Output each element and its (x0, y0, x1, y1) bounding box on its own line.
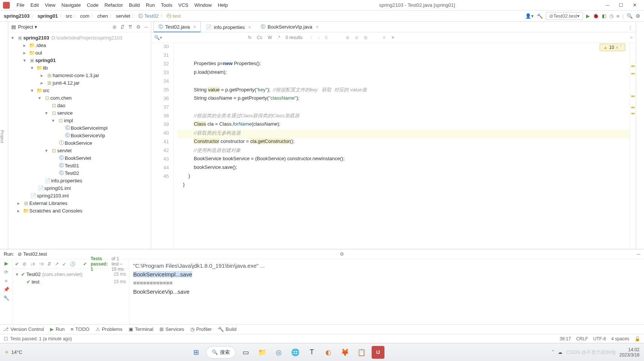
pin-icon[interactable]: 📌 (3, 287, 9, 292)
stop-button[interactable]: ■ (617, 13, 620, 19)
editor-tab-info[interactable]: 📄info.properties× (201, 22, 256, 32)
breadcrumb[interactable]: chen (97, 13, 108, 19)
hide-panel-icon[interactable]: ─ (144, 24, 148, 30)
editor-error-stripe[interactable] (630, 43, 636, 249)
tray-chevron-icon[interactable]: ˄ (552, 350, 554, 355)
select-opened-file-icon[interactable]: ⊕ (112, 24, 117, 30)
app-icon[interactable]: 🦊 (339, 346, 351, 359)
search-everywhere-icon[interactable]: 🔍 (627, 13, 633, 19)
edge-icon[interactable]: ◎ (272, 346, 285, 359)
problems-tab[interactable]: ⚠Problems (96, 326, 123, 332)
caret-position[interactable]: 38:17 (560, 336, 571, 341)
expand-icon[interactable]: ⇵ (47, 261, 51, 267)
remove-selection-icon[interactable]: ⊖ (355, 35, 358, 40)
project-tool-button[interactable]: Project (0, 130, 5, 143)
export-icon[interactable]: ↗ (55, 261, 59, 267)
funnel-icon[interactable]: ▼ (390, 35, 395, 40)
readonly-lock-icon[interactable]: 🔓 (635, 336, 640, 341)
wrench-icon[interactable]: 🔧 (3, 295, 9, 301)
tests-tree[interactable]: ▾✔Test02 (com.chen.servlet)15 ms ✔test15… (13, 269, 129, 287)
breadcrumb-class[interactable]: Ⓒ Test02 (138, 13, 159, 20)
menu-code[interactable]: Code (84, 1, 102, 9)
build-button[interactable]: 🔨 (537, 13, 543, 19)
window-minimize-icon[interactable]: ─ (603, 2, 612, 8)
menu-navigate[interactable]: Navigate (58, 1, 84, 9)
close-search-icon[interactable]: × (630, 35, 633, 40)
editor-tab-test02[interactable]: ⒸTest02.java× (153, 21, 201, 32)
warning-badge[interactable]: ▲10 ʌ ˅ (600, 44, 625, 51)
run-settings-icon[interactable]: ⚙ (340, 251, 344, 257)
stop-icon[interactable]: ■ (5, 278, 8, 284)
menu-tools[interactable]: Tools (158, 1, 175, 9)
tests-passed-icon[interactable]: ✔ (15, 261, 19, 267)
profiler-tab[interactable]: ◷Profiler (190, 326, 212, 332)
coverage-button[interactable]: ◧ (602, 13, 606, 19)
window-close-icon[interactable]: ✕ (630, 2, 639, 8)
match-case-toggle[interactable]: Cc (257, 35, 263, 40)
menu-edit[interactable]: Edit (27, 1, 42, 9)
prev-match-icon[interactable]: ↑ (310, 35, 312, 40)
app-icon[interactable]: 📋 (355, 346, 368, 359)
intellij-icon[interactable]: IJ (372, 346, 384, 359)
breadcrumb[interactable]: servlet (116, 13, 130, 19)
file-encoding[interactable]: UTF-8 (593, 336, 606, 341)
close-icon[interactable]: × (193, 24, 196, 30)
line-separator[interactable]: CRLF (576, 336, 588, 341)
close-icon[interactable]: × (248, 24, 251, 30)
add-selection-icon[interactable]: ⊕ (346, 35, 349, 40)
sort-icon[interactable]: ↓≡ (30, 261, 35, 267)
menu-file[interactable]: File (14, 1, 27, 9)
profile-button[interactable]: ◷ (609, 13, 614, 19)
app-icon[interactable]: ◐ (322, 346, 335, 359)
menu-help[interactable]: Help (215, 1, 231, 9)
expand-all-icon[interactable]: ⇵ (120, 24, 125, 30)
menu-refactor[interactable]: Refactor (102, 1, 126, 9)
chrome-icon[interactable]: 🌐 (289, 346, 302, 359)
user-icon[interactable]: 👤▾ (525, 13, 534, 19)
toggle-auto-test-icon[interactable]: ⟳ (4, 269, 8, 275)
terminal-tab[interactable]: ▣Terminal (129, 326, 153, 332)
breadcrumb[interactable]: src (66, 13, 72, 19)
collapse-all-icon[interactable]: ⇈ (128, 24, 132, 30)
settings-icon[interactable]: ⚙ (636, 13, 640, 19)
project-tree[interactable]: ▾▣spring2103D:\code\IdeaProjects\spring2… (8, 32, 151, 249)
select-all-icon[interactable]: ⎘ (325, 35, 328, 40)
taskbar-search[interactable]: 🔍搜索 (206, 346, 235, 358)
close-icon[interactable]: × (316, 24, 319, 30)
tab-options-icon[interactable]: ⋮ (625, 23, 636, 32)
debug-button[interactable]: 🐞 (593, 13, 599, 19)
project-panel-title[interactable]: Project ▾ (18, 24, 109, 30)
editor-tab-bsv[interactable]: ⒸBookServiceVip.java× (256, 21, 324, 32)
regex-toggle[interactable]: .* (277, 35, 280, 40)
filter-icon[interactable]: ≡ (383, 35, 385, 40)
search-icon[interactable]: 🔍▾ (154, 35, 162, 40)
run-button[interactable]: ▶ (586, 13, 590, 19)
run-config-selector[interactable]: ⊘ Test02.test ▾ (546, 12, 583, 20)
settings-icon[interactable]: ⚙ (136, 24, 141, 30)
tests-failed-filter-icon[interactable]: ⊘ (23, 261, 26, 267)
weather-widget[interactable]: ☀ 14°C (5, 349, 22, 355)
start-button[interactable]: ⊞ (190, 346, 202, 359)
menu-build[interactable]: Build (126, 1, 143, 9)
sort-icon-2[interactable]: ↑≡ (39, 261, 44, 267)
rerun-icon[interactable]: ▶ (5, 261, 8, 266)
console-output[interactable]: "C:\Program Files\Java\jdk1.8.0_191\bin\… (129, 259, 644, 324)
run-config-name[interactable]: ⊘ Test02.test (18, 251, 47, 257)
services-tab[interactable]: ⊞Services (159, 326, 184, 332)
breadcrumb[interactable]: spring2103 (4, 13, 30, 19)
history-icon[interactable]: 🕓 (70, 261, 76, 267)
menu-run[interactable]: Run (143, 1, 158, 9)
app-icon[interactable]: T (305, 346, 318, 359)
whole-word-toggle[interactable]: W (268, 35, 272, 40)
breadcrumb[interactable]: com (80, 13, 90, 19)
indent-config[interactable]: 4 spaces (611, 336, 629, 341)
file-explorer-icon[interactable]: 📁 (256, 346, 269, 359)
task-view-icon[interactable]: ▭ (239, 346, 252, 359)
menu-view[interactable]: View (42, 1, 58, 9)
code-content[interactable]: ▲10 ʌ ˅ Properties p=new Properties(); p… (174, 43, 630, 249)
next-match-icon[interactable]: ↓ (317, 35, 320, 40)
window-maximize-icon[interactable]: ☐ (617, 2, 625, 8)
run-hide-icon[interactable]: ─ (637, 251, 640, 257)
menu-window[interactable]: Window (191, 1, 215, 9)
todo-tab[interactable]: ≡TODO (71, 326, 90, 332)
